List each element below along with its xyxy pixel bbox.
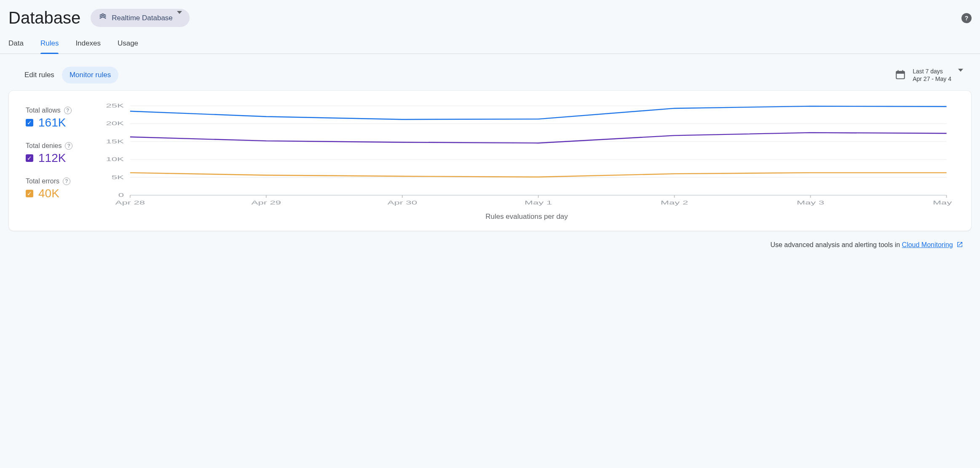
chevron-down-icon: [177, 14, 182, 22]
legend-errors-checkbox[interactable]: ✓: [26, 190, 33, 197]
chart-x-axis-title: Rules evaluations per day: [99, 209, 954, 221]
tab-usage[interactable]: Usage: [118, 36, 138, 54]
svg-rect-1: [896, 71, 905, 73]
external-link-icon: [956, 241, 963, 250]
svg-text:10K: 10K: [106, 156, 124, 162]
legend-allows-value: 161K: [38, 116, 66, 129]
legend-allows-checkbox[interactable]: ✓: [26, 119, 33, 126]
svg-text:May 4: May 4: [933, 200, 954, 206]
legend-item-allows: Total allows ? ✓ 161K: [26, 107, 89, 129]
date-range-value: Apr 27 - May 4: [913, 75, 951, 82]
help-icon[interactable]: ?: [961, 13, 972, 23]
svg-text:Apr 28: Apr 28: [115, 200, 145, 206]
legend-allows-label: Total allows: [26, 107, 61, 114]
subtab-edit-rules[interactable]: Edit rules: [17, 67, 62, 83]
tab-indexes[interactable]: Indexes: [75, 36, 101, 54]
svg-text:5K: 5K: [112, 174, 124, 180]
chevron-down-icon: [958, 72, 963, 78]
subtab-monitor-rules[interactable]: Monitor rules: [62, 67, 118, 83]
legend-denies-label: Total denies: [26, 142, 62, 150]
svg-text:May 2: May 2: [661, 200, 688, 206]
advanced-analysis-text: Use advanced analysis and alerting tools…: [770, 241, 902, 248]
svg-text:Apr 29: Apr 29: [251, 200, 281, 206]
svg-rect-2: [898, 70, 899, 72]
date-range-picker[interactable]: Last 7 days Apr 27 - May 4: [895, 67, 963, 83]
svg-text:0: 0: [118, 192, 124, 198]
legend-denies-value: 112K: [38, 151, 66, 165]
cloud-monitoring-link[interactable]: Cloud Monitoring: [902, 241, 953, 248]
legend-errors-label: Total errors: [26, 178, 59, 185]
svg-text:May 1: May 1: [525, 200, 552, 206]
svg-text:20K: 20K: [106, 121, 124, 126]
svg-text:Apr 30: Apr 30: [387, 200, 417, 206]
calendar-icon: [895, 69, 906, 81]
rules-monitor-card: Total allows ? ✓ 161K Total denies ? ✓: [8, 90, 972, 231]
legend-item-errors: Total errors ? ✓ 40K: [26, 178, 89, 200]
svg-text:May 3: May 3: [797, 200, 824, 206]
help-icon[interactable]: ?: [63, 178, 70, 185]
realtime-db-icon: [98, 12, 112, 24]
legend-item-denies: Total denies ? ✓ 112K: [26, 142, 89, 165]
database-selector-label: Realtime Database: [112, 14, 173, 22]
legend-errors-value: 40K: [38, 187, 59, 200]
section-tabs: Data Rules Indexes Usage: [0, 32, 980, 54]
tab-rules[interactable]: Rules: [40, 36, 59, 54]
advanced-analysis-footer: Use advanced analysis and alerting tools…: [0, 231, 980, 250]
rules-chart: 05K10K15K20K25KApr 28Apr 29Apr 30May 1Ma…: [99, 102, 954, 208]
legend-denies-checkbox[interactable]: ✓: [26, 154, 33, 162]
help-icon[interactable]: ?: [64, 107, 72, 114]
svg-rect-3: [902, 70, 903, 72]
database-selector-chip[interactable]: Realtime Database: [91, 9, 190, 27]
svg-text:25K: 25K: [106, 103, 124, 109]
date-range-label: Last 7 days: [913, 67, 951, 75]
help-icon[interactable]: ?: [65, 142, 72, 150]
tab-data[interactable]: Data: [8, 36, 24, 54]
svg-text:15K: 15K: [106, 138, 124, 144]
chart-legend: Total allows ? ✓ 161K Total denies ? ✓: [26, 102, 89, 221]
page-title: Database: [8, 8, 80, 27]
